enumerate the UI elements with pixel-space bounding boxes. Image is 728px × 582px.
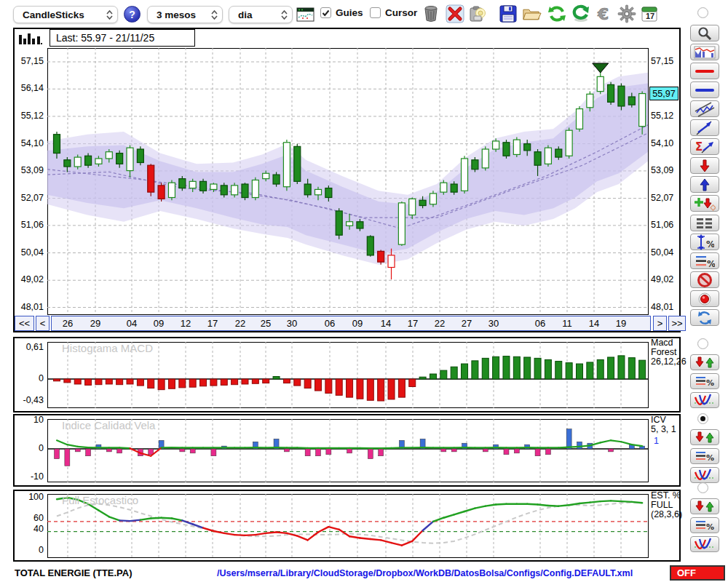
price-axis-label-left: 49,02	[13, 274, 44, 284]
price-axis-label-right: 53,09	[651, 165, 673, 175]
red-line-button[interactable]	[690, 63, 719, 79]
stochastic-right-label: EST. %FULL(28,3,6)	[651, 491, 682, 519]
price-axis-label-right: 49,02	[651, 274, 673, 284]
refresh-icon[interactable]	[547, 4, 566, 23]
icv-right-label: ICV5, 3, 1	[651, 415, 676, 434]
icv-plot[interactable]	[47, 419, 649, 482]
open-folder-icon[interactable]	[522, 4, 542, 23]
macd-panel-radio[interactable]	[697, 338, 708, 349]
price-axis-label-right: 57,15	[651, 56, 673, 66]
channel-icon	[694, 101, 716, 117]
price-axis-label-right: 51,06	[651, 220, 673, 230]
svg-text:%: %	[706, 453, 714, 463]
blue-line-icon	[695, 87, 715, 93]
status-bar: TOTAL ENERGIE (TTE.PA) /Users/mserra/Lib…	[0, 562, 728, 582]
nav-prev-button[interactable]: <	[36, 316, 50, 331]
interval-select[interactable]: dia	[229, 6, 293, 23]
stochastic-plot[interactable]	[47, 494, 649, 558]
date-axis-label: 30	[485, 318, 502, 329]
date-axis-label: 22	[232, 318, 249, 329]
signals-arrows-icon	[695, 501, 715, 512]
cursor-checkbox[interactable]: Cursor	[370, 7, 417, 18]
help-button[interactable]: ?	[124, 6, 141, 23]
period-select[interactable]: 3 mesos	[147, 6, 223, 23]
candlestick-mode-icon[interactable]	[19, 32, 42, 48]
chart-preview-icon	[694, 45, 716, 60]
checkbox-checked-icon	[320, 7, 331, 18]
list-icon	[695, 217, 714, 230]
sum-trend-button[interactable]: Σ	[690, 138, 719, 155]
levels-percent-icon: %	[695, 450, 715, 463]
guies-checkbox[interactable]: Guies	[320, 7, 363, 18]
arrow-down-red-button[interactable]	[690, 157, 719, 174]
off-button[interactable]: OFF	[670, 565, 725, 581]
arrow-up-blue-icon	[697, 178, 712, 192]
add-signal-icon	[694, 196, 716, 211]
price-axis-label-right: 48,01	[651, 302, 673, 312]
price-axis-label-left: 52,07	[13, 193, 44, 203]
config-path-link[interactable]: /Users/mserra/Library/CloudStorage/Dropb…	[217, 568, 633, 578]
add-signal-button[interactable]	[690, 195, 719, 212]
calendar-icon[interactable]: 17	[639, 4, 659, 23]
paste-capture-icon[interactable]	[467, 4, 487, 23]
blue-line-button[interactable]	[690, 81, 719, 98]
list-button[interactable]	[690, 215, 719, 231]
chart-type-select[interactable]: CandleSticks	[13, 6, 118, 23]
off-label: OFF	[677, 567, 696, 578]
macd-curves-button[interactable]	[690, 392, 719, 408]
icv-signals-button[interactable]	[690, 429, 719, 445]
arrow-up-blue-button[interactable]	[690, 176, 719, 193]
chart-preview-button[interactable]	[690, 44, 719, 60]
stochastic-levels-button[interactable]: %	[690, 517, 719, 533]
main-panel-radio[interactable]	[697, 7, 708, 18]
date-axis-label: 19	[612, 318, 630, 329]
reload-button[interactable]	[690, 309, 719, 326]
settings-gear-icon[interactable]	[617, 4, 636, 23]
icv-curves-button[interactable]	[690, 467, 719, 483]
sync-icon[interactable]	[571, 4, 590, 23]
channel-button[interactable]	[690, 100, 719, 117]
top-toolbar: CandleSticks ? 3 mesos dia	[0, 0, 728, 26]
icv-axis-label: -10	[13, 471, 44, 482]
record-icon	[697, 292, 712, 306]
icv-panel-radio[interactable]	[697, 413, 708, 424]
trend-arrow-button[interactable]	[690, 119, 719, 136]
record-button[interactable]	[690, 290, 719, 307]
icv-axis-label: 10	[13, 415, 44, 425]
stochastic-signals-button[interactable]	[690, 498, 719, 514]
date-axis-label: 17	[204, 318, 221, 329]
price-axis-label-right: 54,10	[651, 138, 673, 148]
nav-next-button[interactable]: >	[653, 316, 667, 331]
stochastic-panel-radio[interactable]	[697, 482, 708, 493]
block-button[interactable]	[690, 271, 719, 288]
svg-text:%: %	[707, 259, 715, 269]
macd-plot[interactable]	[47, 342, 649, 408]
date-axis-label: 06	[531, 318, 549, 329]
icv-levels-button[interactable]: %	[690, 448, 719, 464]
stochastic-axis-label: 0	[13, 545, 44, 555]
macd-levels-button[interactable]: %	[690, 373, 719, 389]
levels-percent-button[interactable]: %	[690, 252, 719, 269]
svg-text:€: €	[597, 5, 609, 23]
price-axis-label-right: 50,04	[651, 247, 673, 258]
mini-chart-window-icon[interactable]	[296, 4, 315, 24]
price-axis-label-left: 53,09	[13, 165, 44, 175]
trash-icon[interactable]	[421, 4, 440, 23]
arrow-down-red-icon	[697, 159, 712, 173]
nav-last-button[interactable]: >>	[668, 316, 686, 331]
date-axis-label: 14	[377, 318, 395, 329]
sum-trend-icon: Σ	[695, 139, 715, 155]
curves-icon	[694, 393, 716, 407]
reload-icon	[697, 311, 713, 325]
measure-percent-button[interactable]: %	[690, 234, 719, 250]
delete-red-x-icon[interactable]	[445, 4, 464, 23]
save-icon[interactable]	[498, 4, 518, 23]
interval-select-value: dia	[238, 9, 253, 20]
signals-arrows-icon	[695, 431, 715, 443]
stochastic-curves-button[interactable]	[690, 536, 719, 552]
macd-signals-button[interactable]	[690, 354, 719, 370]
nav-first-button[interactable]: <<	[15, 316, 34, 331]
price-plot[interactable]	[47, 48, 649, 315]
euro-icon[interactable]: €	[594, 4, 614, 23]
zoom-button[interactable]	[690, 25, 719, 41]
